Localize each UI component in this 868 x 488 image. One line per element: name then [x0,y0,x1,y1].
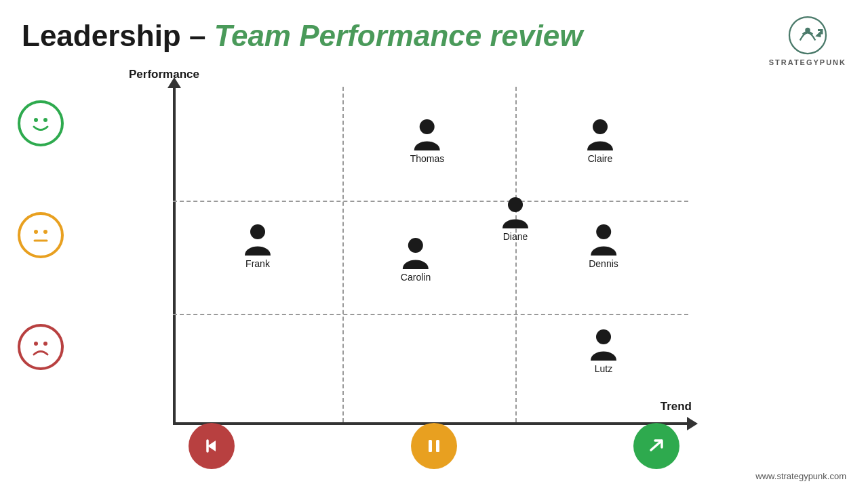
grid-v2 [515,87,517,422]
dennis-label: Dennis [589,258,618,269]
svg-rect-16 [429,440,432,452]
logo-icon [787,15,828,56]
svg-point-10 [593,119,608,134]
back-icon [201,435,222,457]
person-carolin: Carolin [401,237,431,283]
pause-button[interactable] [411,423,457,469]
frank-icon [243,223,272,257]
person-dennis: Dennis [589,223,618,269]
logo-text: STRATEGYPUNK [769,58,846,66]
diane-icon [501,196,530,230]
dennis-icon [589,223,618,257]
svg-point-15 [596,329,611,344]
frank-label: Frank [245,258,270,269]
svg-point-4 [34,230,38,234]
title-part1: Leadership – [22,19,214,52]
y-axis-label: Performance [129,68,199,81]
back-button[interactable] [189,423,235,469]
svg-point-12 [250,224,265,239]
chart-grid: Thomas Claire Diane Frank [173,87,688,422]
thomas-icon [413,118,441,152]
footer-url: www.strategypunk.com [755,471,846,481]
svg-point-9 [420,119,435,134]
lutz-label: Lutz [595,363,612,374]
svg-rect-17 [436,440,439,452]
person-frank: Frank [243,223,272,269]
person-diane: Diane [501,196,530,242]
chart-area: Performance Trend Thomas Claire [41,68,705,434]
page-title: Leadership – Team Performance review [22,19,583,53]
forward-icon [646,435,667,457]
svg-point-11 [508,197,523,212]
svg-point-13 [408,238,423,253]
svg-point-14 [596,224,611,239]
thomas-label: Thomas [410,153,445,164]
person-thomas: Thomas [410,118,445,164]
grid-v1 [342,87,344,422]
carolin-icon [401,237,430,270]
grid-h1 [173,201,688,202]
grid-h2 [173,314,688,315]
logo: STRATEGYPUNK [769,15,846,66]
diane-label: Diane [503,231,528,242]
svg-point-1 [805,28,810,33]
person-lutz: Lutz [589,328,618,374]
person-claire: Claire [586,118,614,164]
svg-point-2 [34,118,38,122]
claire-label: Claire [588,153,613,164]
lutz-icon [589,328,618,362]
control-buttons [0,423,868,469]
carolin-label: Carolin [401,272,431,283]
pause-icon [423,435,445,457]
svg-point-7 [34,342,38,346]
title-part2: Team Performance review [214,19,583,52]
claire-icon [586,118,614,152]
forward-button[interactable] [633,423,679,469]
